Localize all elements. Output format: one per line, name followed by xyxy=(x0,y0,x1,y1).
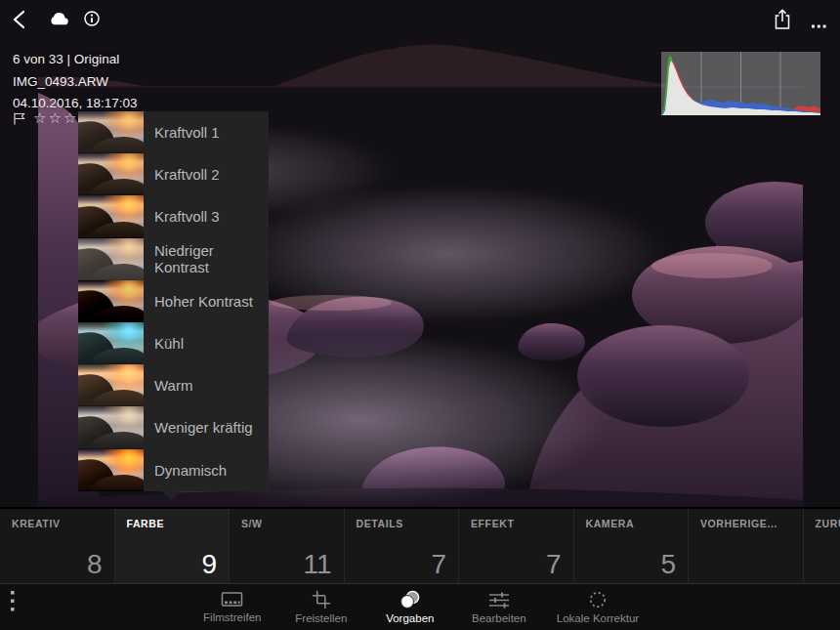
tool-label: Freistellen xyxy=(295,612,347,624)
share-button[interactable] xyxy=(773,9,792,34)
tab-label: EFFEKT xyxy=(471,518,514,529)
preset-label: Kühl xyxy=(144,322,269,364)
popover-caret xyxy=(162,491,180,500)
tab-count: 7 xyxy=(431,551,446,578)
tab-count: 9 xyxy=(201,551,217,578)
tab-count: 11 xyxy=(303,551,331,578)
preset-label: Niedriger Kontrast xyxy=(144,238,269,280)
info-icon xyxy=(83,10,101,27)
photo-metadata: 6 von 33 | Original IMG_0493.ARW 04.10.2… xyxy=(13,49,138,115)
preset-label: Kraftvoll 1 xyxy=(144,111,269,153)
preset-item-kraftvoll-2[interactable]: Kraftvoll 2 xyxy=(78,153,269,195)
tab-details[interactable]: DETAILS 7 xyxy=(345,509,460,583)
tab-label: ZURÜC xyxy=(816,518,840,529)
preset-thumbnail xyxy=(78,364,144,406)
preset-thumbnail xyxy=(78,406,144,448)
tool-filmstreifen[interactable]: Filmstreifen xyxy=(201,591,264,623)
tab-zuruecksetzen[interactable]: ZURÜC xyxy=(804,509,840,583)
preset-label: Dynamisch xyxy=(144,449,269,491)
histogram-panel[interactable] xyxy=(661,52,820,115)
tab-count: 7 xyxy=(546,551,562,578)
back-button[interactable] xyxy=(11,9,30,34)
tool-bearbeiten[interactable]: Bearbeiten xyxy=(468,591,530,624)
tab-label: S/W xyxy=(241,518,263,529)
presets-popover: Kraftvoll 1 Kraftvoll 2 Kraftvoll 3 Nied… xyxy=(78,111,269,491)
preset-item-kraftvoll-3[interactable]: Kraftvoll 3 xyxy=(78,195,269,237)
tool-label: Filmstreifen xyxy=(203,611,261,623)
tab-kreativ[interactable]: KREATIV 8 xyxy=(0,509,115,583)
preset-item-kuehl[interactable]: Kühl xyxy=(78,322,269,364)
preset-thumbnail xyxy=(78,449,144,491)
tool-freistellen[interactable]: Freistellen xyxy=(290,590,353,624)
tab-farbe[interactable]: FARBE 9 xyxy=(115,509,231,583)
preset-label: Kraftvoll 3 xyxy=(144,195,269,237)
preset-item-kraftvoll-1[interactable]: Kraftvoll 1 xyxy=(78,111,269,153)
tab-label: FARBE xyxy=(127,518,165,529)
share-icon xyxy=(773,9,792,30)
tab-label: KREATIV xyxy=(12,518,61,529)
preset-label: Hoher Kontrast xyxy=(144,280,269,322)
photo-filename: IMG_0493.ARW xyxy=(13,71,138,94)
cloud-sync-button[interactable] xyxy=(48,10,71,31)
tab-kamera[interactable]: KAMERA 5 xyxy=(574,509,690,583)
tool-label: Vorgaben xyxy=(386,612,434,624)
preset-category-tabbar: KREATIV 8 FARBE 9 S/W 11 DETAILS 7 EFFEK… xyxy=(0,507,840,583)
preset-thumbnail xyxy=(78,153,144,195)
bottom-toolbar: Filmstreifen Freistellen Vorgaben xyxy=(0,583,840,630)
local-adjust-icon xyxy=(588,590,608,609)
preset-item-warm[interactable]: Warm xyxy=(78,364,269,406)
tab-label: KAMERA xyxy=(586,518,635,529)
preset-thumbnail xyxy=(78,322,144,364)
preset-thumbnail xyxy=(78,195,144,237)
tool-label: Bearbeiten xyxy=(472,612,526,624)
filmstrip-icon xyxy=(221,591,243,609)
presets-icon xyxy=(399,590,421,609)
sliders-icon xyxy=(488,591,510,609)
preset-thumbnail xyxy=(78,111,144,153)
tab-label: DETAILS xyxy=(357,518,403,529)
info-button[interactable] xyxy=(83,10,101,31)
more-options-button[interactable] xyxy=(812,15,827,32)
lightroom-app: 6 von 33 | Original IMG_0493.ARW 04.10.2… xyxy=(0,0,840,630)
crop-icon xyxy=(312,590,331,609)
tool-lokale-korrektur[interactable]: Lokale Korrektur xyxy=(557,590,639,624)
preset-item-weniger-kraeftig[interactable]: Weniger kräftig xyxy=(78,406,269,448)
overflow-menu-button[interactable] xyxy=(11,591,15,616)
tab-effekt[interactable]: EFFEKT 7 xyxy=(459,509,574,583)
more-dots-icon xyxy=(812,24,827,28)
tool-label: Lokale Korrektur xyxy=(557,612,639,624)
tab-sw[interactable]: S/W 11 xyxy=(230,509,345,583)
preset-label: Warm xyxy=(144,364,269,406)
preset-label: Weniger kräftig xyxy=(144,406,269,448)
back-chevron-icon xyxy=(11,9,30,30)
preset-thumbnail xyxy=(78,280,144,322)
overflow-menu-dots-icon xyxy=(11,591,15,612)
preset-item-hoher-kontrast[interactable]: Hoher Kontrast xyxy=(78,280,269,322)
tab-label: VORHERIGE... xyxy=(700,518,777,529)
cloud-icon xyxy=(48,10,71,27)
tab-count: 5 xyxy=(660,551,676,578)
preset-item-dynamisch[interactable]: Dynamisch xyxy=(78,449,269,491)
tab-vorherige[interactable]: VORHERIGE... xyxy=(689,509,804,583)
photo-index: 6 von 33 | Original xyxy=(13,49,138,71)
tab-count: 8 xyxy=(87,551,103,578)
tool-vorgaben[interactable]: Vorgaben xyxy=(379,590,441,624)
preset-label: Kraftvoll 2 xyxy=(144,153,269,195)
preset-thumbnail xyxy=(78,238,144,280)
preset-item-niedriger-kontrast[interactable]: Niedriger Kontrast xyxy=(78,238,269,280)
histogram-chart xyxy=(661,52,820,115)
